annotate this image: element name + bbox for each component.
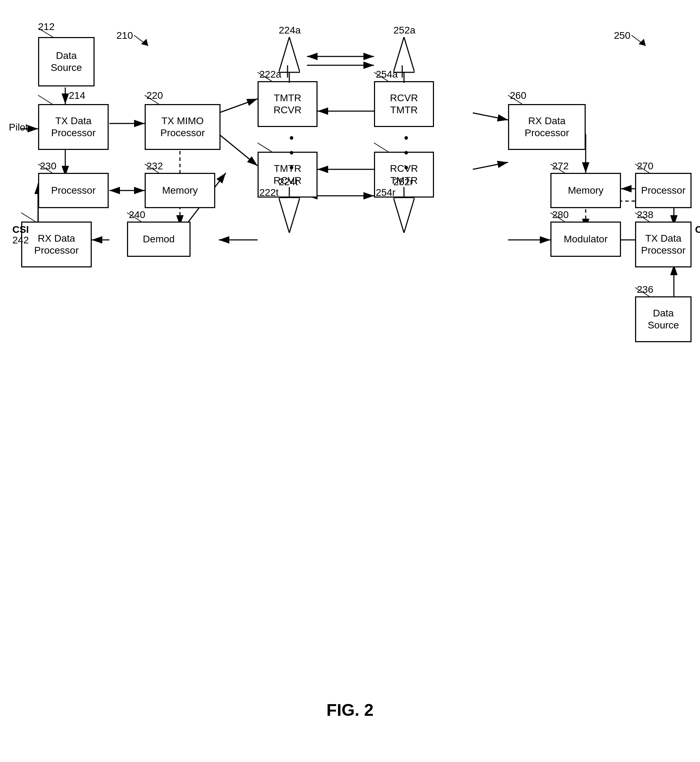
svg-marker-43 — [394, 37, 414, 72]
ref-260: 260 — [510, 90, 527, 101]
data-source-right-block: Data Source — [635, 296, 692, 342]
ref-222a: 222a — [259, 69, 281, 80]
modulator-block: Modulator — [550, 222, 621, 257]
tx-data-processor-right-label: TX Data Processor — [636, 233, 691, 256]
svg-line-6 — [219, 99, 258, 113]
ref-242: 242 — [12, 234, 29, 246]
ref-214: 214 — [69, 90, 85, 101]
processor-left-block: Processor — [38, 173, 109, 208]
svg-line-52 — [38, 95, 52, 104]
svg-line-57 — [21, 213, 35, 222]
tmtr-rcvr-top-left-block: TMTRRCVR — [258, 81, 317, 127]
ref-280: 280 — [552, 209, 569, 220]
ref-224t: 224t — [279, 176, 298, 188]
ref-220: 220 — [147, 90, 163, 101]
pilot-label: Pilot — [9, 122, 28, 133]
svg-line-7 — [219, 134, 258, 166]
svg-marker-42 — [279, 198, 300, 233]
processor-right-block: Processor — [635, 173, 692, 208]
rcvr-tmtr-top-right-label: RCVRTMTR — [390, 92, 418, 116]
svg-marker-39 — [279, 37, 300, 72]
ref-240: 240 — [129, 209, 145, 220]
ref-238: 238 — [637, 209, 653, 220]
figure-caption: FIG. 2 — [0, 700, 700, 720]
rcvr-tmtr-top-right-block: RCVRTMTR — [374, 81, 434, 127]
svg-marker-51 — [639, 39, 646, 46]
svg-line-48 — [134, 35, 148, 46]
ref-210: 210 — [116, 30, 133, 41]
ref-254a: 254a — [376, 69, 398, 80]
svg-line-50 — [631, 35, 646, 46]
ref-250: 250 — [614, 30, 631, 41]
data-source-left-label: Data Source — [39, 50, 94, 73]
ref-224a: 224a — [279, 25, 301, 36]
processor-left-label: Processor — [51, 184, 95, 197]
svg-marker-49 — [141, 39, 148, 46]
modulator-label: Modulator — [564, 233, 608, 245]
tx-data-processor-left-label: TX Data Processor — [39, 115, 108, 139]
rx-data-processor-left-block: RX Data Processor — [21, 222, 92, 267]
antenna-224t — [279, 187, 300, 233]
data-source-left-block: Data Source — [38, 37, 95, 86]
svg-line-61 — [374, 143, 388, 152]
ref-252a: 252a — [394, 25, 415, 36]
data-source-right-label: Data Source — [636, 307, 691, 331]
ref-232: 232 — [147, 161, 163, 172]
ref-230: 230 — [40, 161, 56, 172]
memory-right-block: Memory — [550, 173, 621, 208]
demod-label: Demod — [143, 233, 175, 245]
ref-252r: 252r — [394, 176, 413, 188]
processor-right-label: Processor — [641, 184, 686, 197]
memory-right-label: Memory — [568, 184, 603, 197]
tmtr-rcvr-top-left-label: TMTRRCVR — [273, 92, 301, 116]
tx-data-processor-left-block: TX Data Processor — [38, 104, 109, 150]
antenna-252r — [394, 187, 414, 233]
svg-line-59 — [258, 143, 272, 152]
memory-left-label: Memory — [162, 184, 198, 197]
dots-left: ••• — [289, 131, 295, 175]
tx-mimo-processor-block: TX MIMO Processor — [145, 104, 220, 150]
tx-mimo-processor-label: TX MIMO Processor — [146, 115, 219, 139]
svg-line-15 — [473, 162, 508, 169]
ref-csi-right: CSI — [695, 224, 700, 235]
rx-data-processor-right-label: RX Data Processor — [509, 115, 584, 139]
tx-data-processor-right-block: TX Data Processor — [635, 222, 692, 267]
ref-272: 272 — [552, 161, 569, 172]
ref-270: 270 — [637, 161, 653, 172]
svg-line-14 — [473, 113, 508, 120]
diagram-container: Data Source TX Data Processor TX MIMO Pr… — [0, 0, 700, 762]
rx-data-processor-right-block: RX Data Processor — [508, 104, 586, 150]
ref-254r: 254r — [376, 187, 395, 198]
antenna-224a — [279, 37, 300, 83]
ref-222t: 222t — [259, 187, 279, 198]
svg-marker-46 — [394, 198, 414, 233]
ref-csi-left: CSI — [12, 224, 29, 235]
dots-right: ••• — [404, 131, 409, 175]
ref-212: 212 — [38, 21, 55, 33]
ref-236: 236 — [637, 284, 653, 295]
demod-block: Demod — [127, 222, 191, 257]
rx-data-processor-left-label: RX Data Processor — [22, 233, 91, 256]
memory-left-block: Memory — [145, 173, 215, 208]
